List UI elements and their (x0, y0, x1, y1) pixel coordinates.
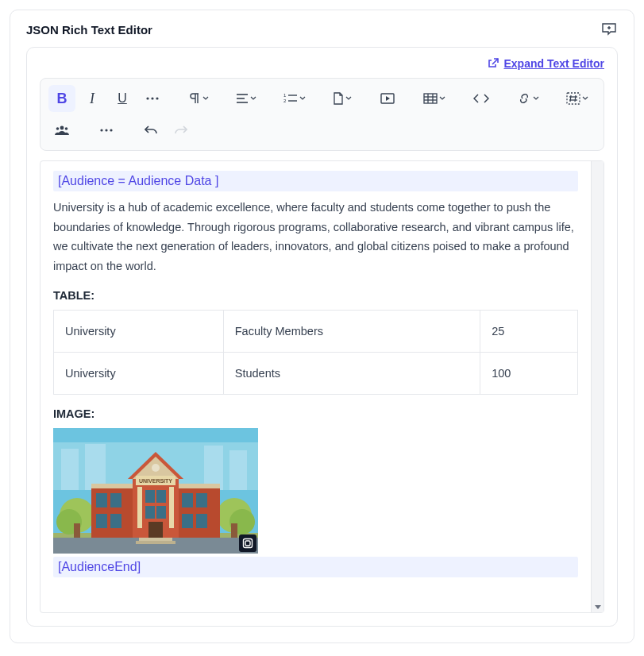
chevron-down-icon (533, 95, 539, 102)
svg-rect-42 (231, 523, 237, 538)
ellipsis-icon (145, 96, 160, 101)
vertical-scrollbar[interactable] (591, 161, 604, 612)
svg-rect-69 (136, 541, 175, 544)
svg-rect-13 (424, 94, 437, 103)
table-row: University Faculty Members 25 (54, 310, 578, 352)
svg-rect-34 (229, 450, 247, 490)
link-icon (517, 94, 531, 103)
svg-rect-66 (156, 506, 166, 519)
editor-document[interactable]: [Audience = Audience Data ] University i… (40, 161, 591, 612)
svg-point-23 (60, 126, 64, 130)
undo-button[interactable] (137, 117, 164, 144)
bold-button[interactable]: B (48, 85, 75, 112)
editor-panel: JSON Rich Text Editor Expand Text Editor (10, 10, 634, 643)
svg-rect-54 (196, 514, 207, 528)
svg-rect-61 (137, 487, 142, 528)
table-cell[interactable]: University (54, 352, 224, 394)
svg-point-2 (146, 97, 148, 99)
panel-header: JSON Rich Text Editor (26, 21, 618, 37)
panel-title: JSON Rich Text Editor (26, 23, 152, 37)
content-image[interactable]: UNIVERSITY (53, 428, 258, 554)
more-actions-button[interactable] (93, 117, 120, 144)
code-icon (473, 94, 489, 103)
italic-button[interactable]: I (79, 85, 106, 112)
svg-rect-65 (145, 506, 155, 519)
table-cell[interactable]: University (54, 310, 224, 352)
audience-open-tag[interactable]: [Audience = Audience Data ] (53, 171, 578, 191)
chevron-down-icon (250, 95, 256, 102)
table-section-label: TABLE: (53, 289, 578, 302)
underline-button[interactable]: U (109, 85, 136, 112)
svg-rect-33 (204, 446, 223, 490)
table-cell[interactable]: Faculty Members (223, 310, 480, 352)
image-section-label: IMAGE: (53, 407, 578, 420)
body-paragraph[interactable]: University is a hub of academic excellen… (53, 198, 578, 276)
svg-point-28 (110, 129, 112, 131)
align-icon (236, 93, 249, 104)
code-button[interactable] (468, 85, 495, 112)
chevron-down-icon (299, 95, 306, 102)
expand-icon (488, 58, 499, 69)
content-table[interactable]: University Faculty Members 25 University… (53, 310, 578, 395)
svg-rect-48 (110, 514, 121, 528)
svg-point-25 (65, 127, 68, 130)
add-comment-button[interactable] (600, 21, 618, 37)
svg-rect-52 (196, 493, 207, 507)
expand-editor-link[interactable]: Expand Text Editor (488, 57, 604, 70)
chevron-down-icon (345, 95, 352, 102)
svg-rect-70 (244, 538, 253, 547)
svg-point-26 (100, 129, 102, 131)
svg-text:UNIVERSITY: UNIVERSITY (139, 478, 172, 484)
list-button[interactable]: 1 2 (279, 85, 310, 112)
group-button[interactable] (48, 117, 75, 144)
editor-content-area: [Audience = Audience Data ] University i… (40, 160, 604, 613)
svg-line-20 (575, 95, 576, 102)
svg-rect-51 (182, 493, 193, 507)
table-button[interactable] (418, 85, 450, 112)
svg-rect-67 (148, 522, 163, 538)
svg-text:2: 2 (283, 98, 287, 103)
more-formatting-button[interactable] (139, 85, 166, 112)
svg-rect-31 (61, 449, 79, 490)
table-row: University Students 100 (54, 352, 578, 394)
image-asset-link-button[interactable] (239, 534, 256, 552)
insert-asset-button[interactable] (328, 85, 357, 112)
toolbar: B I U (40, 78, 604, 151)
svg-rect-45 (96, 493, 107, 507)
hash-box-icon (566, 92, 580, 105)
svg-point-4 (156, 97, 158, 99)
table-cell[interactable]: 25 (480, 310, 578, 352)
property-button[interactable] (561, 85, 593, 112)
university-illustration: UNIVERSITY (53, 428, 258, 554)
expand-editor-label: Expand Text Editor (503, 57, 604, 70)
paragraph-format-button[interactable] (183, 85, 214, 112)
svg-rect-47 (96, 514, 107, 528)
expand-row: Expand Text Editor (40, 57, 604, 70)
table-cell[interactable]: Students (223, 352, 480, 394)
svg-rect-18 (567, 93, 580, 104)
document-icon (333, 92, 344, 105)
chevron-down-icon (202, 95, 209, 102)
svg-rect-53 (182, 514, 193, 528)
embed-button[interactable] (374, 85, 401, 112)
svg-point-58 (152, 464, 160, 472)
svg-rect-71 (245, 541, 250, 546)
alignment-button[interactable] (231, 85, 261, 112)
link-button[interactable] (512, 85, 544, 112)
audience-close-tag[interactable]: [AudienceEnd] (53, 557, 578, 577)
svg-point-3 (151, 97, 153, 99)
paragraph-icon (188, 92, 201, 105)
scroll-down-arrow-icon[interactable] (595, 605, 601, 609)
svg-rect-46 (110, 493, 121, 507)
ellipsis-icon (99, 128, 114, 133)
svg-rect-62 (169, 487, 174, 528)
table-cell[interactable]: 100 (480, 352, 578, 394)
svg-point-27 (105, 129, 107, 131)
svg-point-24 (56, 127, 60, 130)
chevron-down-icon (582, 95, 588, 102)
svg-rect-32 (85, 444, 106, 490)
list-icon: 1 2 (283, 93, 298, 104)
svg-text:1: 1 (283, 93, 287, 98)
undo-icon (145, 125, 157, 136)
people-icon (55, 125, 69, 136)
